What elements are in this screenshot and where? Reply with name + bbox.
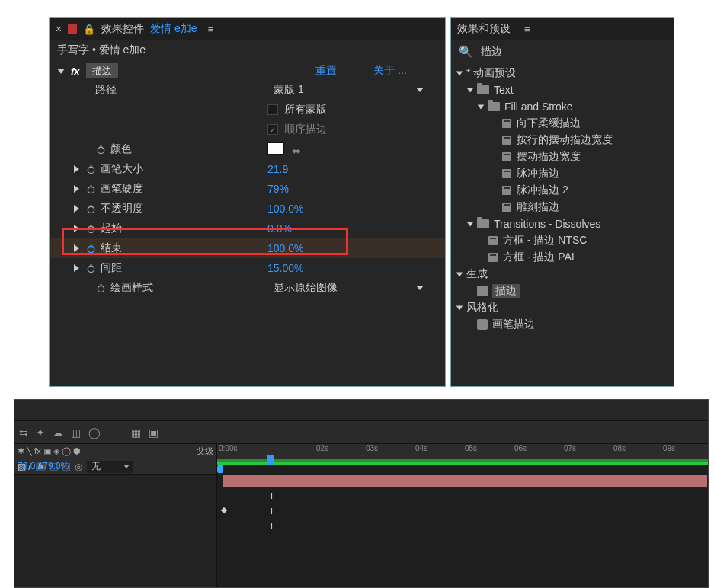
path-dropdown[interactable]: 蒙版 1	[267, 81, 430, 98]
folder-icon	[477, 85, 489, 94]
effect-controls-panel: × 🔒 效果控件 爱情 e加e ≡ 手写字 • 爱情 e加e fx 描边 重置 …	[49, 17, 446, 387]
paint-style-label: 绘画样式	[110, 281, 153, 295]
svg-rect-31	[490, 254, 496, 256]
timeline-panel: ⇆ ✦ ☁ ▥ ◯ ▦ ▣ ✱ ╲ fx ▣ ◈ ◯ ⬢ 父级 ▨ / fx ◎…	[14, 399, 709, 588]
reset-link[interactable]: 重置	[315, 64, 337, 78]
work-area-start-handle[interactable]	[217, 465, 223, 473]
search-icon[interactable]: 🔍	[459, 45, 473, 59]
svg-point-10	[88, 246, 94, 252]
prop-end: 结束 100.0%	[50, 238, 445, 258]
time-ruler[interactable]: 0:00s 02s 03s 04s 05s 06s 07s 08s 09s	[217, 444, 708, 459]
preset-icon	[501, 185, 512, 196]
layer-link[interactable]: 爱情 e加e	[150, 22, 197, 36]
preset-icon	[501, 152, 512, 162]
tool-icon[interactable]: ▦	[131, 427, 141, 439]
prop-spacing: 间距 15.00%	[50, 258, 445, 278]
effect-twirl-icon[interactable]	[57, 69, 65, 74]
tree-preset-item[interactable]: 方框 - 描边 NTSC	[456, 232, 669, 249]
tree-preset-item[interactable]: 按行的摆动描边宽度	[456, 132, 669, 149]
brush-hard-value[interactable]: 79%	[267, 183, 289, 195]
lock-icon[interactable]: 🔒	[83, 24, 95, 35]
brush-size-value[interactable]: 21.9	[267, 163, 288, 175]
record-indicator-icon	[68, 24, 77, 34]
svg-point-2	[88, 167, 94, 173]
tree-transitions[interactable]: Transitions - Dissolves	[456, 216, 669, 232]
stopwatch-icon[interactable]	[85, 164, 96, 174]
svg-rect-22	[502, 169, 511, 178]
svg-rect-9	[90, 224, 91, 225]
twirl-right-icon[interactable]	[74, 225, 79, 232]
timeline-track-area[interactable]: 0:00s 02s 03s 04s 05s 06s 07s 08s 09s I …	[217, 444, 708, 587]
search-input[interactable]: 描边	[481, 45, 502, 59]
color-swatch[interactable]	[267, 142, 284, 155]
end-value[interactable]: 100.0%	[267, 242, 303, 254]
prop-paint-style: 绘画样式 显示原始图像	[50, 278, 445, 298]
layer-duration-bar[interactable]	[222, 475, 708, 488]
stopwatch-icon[interactable]	[85, 223, 96, 234]
parent-dropdown[interactable]: 无	[87, 461, 133, 473]
twirl-right-icon[interactable]	[74, 165, 79, 173]
paint-style-dropdown[interactable]: 显示原始图像	[267, 280, 430, 296]
svg-rect-28	[488, 236, 498, 245]
svg-rect-21	[504, 154, 510, 155]
stopwatch-icon[interactable]	[85, 203, 96, 214]
tree-stylize-item[interactable]: 画笔描边	[456, 316, 669, 333]
tree-generate-item[interactable]: 描边	[456, 283, 669, 299]
tree-anim-presets[interactable]: * 动画预设	[456, 65, 669, 81]
twirl-right-icon[interactable]	[74, 244, 79, 252]
ruler-tick: 02s	[316, 444, 328, 452]
tree-preset-item[interactable]: 脉冲描边	[456, 165, 669, 182]
stopwatch-icon[interactable]	[95, 144, 106, 155]
stopwatch-active-icon[interactable]	[85, 243, 96, 254]
opacity-label: 不透明度	[101, 202, 143, 216]
keyframe-icon[interactable]	[221, 507, 227, 513]
tree-preset-item[interactable]: 方框 - 描边 PAL	[456, 249, 669, 266]
tool-icon[interactable]: ◯	[88, 427, 101, 439]
ruler-tick: 05s	[465, 444, 477, 452]
tool-icon[interactable]: ✦	[36, 427, 45, 439]
work-area-bar[interactable]	[217, 462, 708, 465]
tree-preset-item[interactable]: 脉冲描边 2	[456, 182, 669, 199]
tool-icon[interactable]: ▣	[149, 427, 158, 439]
svg-rect-29	[490, 238, 496, 239]
timeline-tabbar	[14, 400, 708, 421]
stopwatch-icon[interactable]	[95, 283, 106, 293]
playhead-handle-icon[interactable]	[267, 455, 274, 465]
tree-text[interactable]: Text	[456, 81, 669, 98]
about-link[interactable]: 关于 ...	[373, 64, 407, 78]
stopwatch-icon[interactable]	[85, 184, 96, 194]
tool-icon[interactable]: ⇆	[19, 427, 28, 439]
tool-icon[interactable]: ☁	[53, 427, 63, 439]
preset-icon	[488, 235, 498, 246]
scale-value[interactable]: 79.0,179.0%	[18, 461, 69, 471]
spacing-value[interactable]: 15.00%	[267, 262, 303, 274]
all-masks-checkbox[interactable]	[267, 104, 278, 115]
twirl-right-icon[interactable]	[74, 264, 79, 272]
svg-rect-24	[502, 186, 511, 195]
seq-stroke-checkbox[interactable]: ✓	[267, 124, 278, 135]
prop-seq-stroke: ✓ 顺序描边	[50, 120, 445, 139]
preset-icon	[501, 135, 512, 145]
parent-pickwhip-icon[interactable]: ◎	[75, 462, 82, 472]
tree-preset-item[interactable]: 向下柔缓描边	[456, 115, 669, 132]
panel-menu-icon[interactable]: ≡	[208, 24, 214, 35]
opacity-value[interactable]: 100.0%	[267, 203, 303, 215]
close-icon[interactable]: ×	[56, 23, 62, 35]
tree-preset-item[interactable]: 摆动描边宽度	[456, 149, 669, 165]
start-value[interactable]: 0.0%	[267, 222, 292, 235]
tree-preset-item[interactable]: 雕刻描边	[456, 199, 669, 216]
playhead[interactable]	[271, 444, 271, 587]
fx-badge-icon[interactable]: fx	[71, 66, 80, 77]
effect-name[interactable]: 描边	[86, 63, 118, 78]
presets-title: 效果和预设	[457, 22, 511, 36]
tree-generate[interactable]: 生成	[456, 266, 669, 283]
eyedropper-icon[interactable]: ⬌	[292, 145, 301, 157]
panel-menu-icon[interactable]: ≡	[524, 24, 530, 35]
tree-fill-stroke[interactable]: Fill and Stroke	[456, 98, 669, 115]
tree-stylize[interactable]: 风格化	[456, 299, 669, 316]
stopwatch-icon[interactable]	[85, 263, 96, 273]
twirl-right-icon[interactable]	[74, 185, 79, 193]
twirl-right-icon[interactable]	[74, 205, 79, 213]
parent-column: 父级	[197, 446, 213, 457]
tool-icon[interactable]: ▥	[71, 427, 81, 439]
